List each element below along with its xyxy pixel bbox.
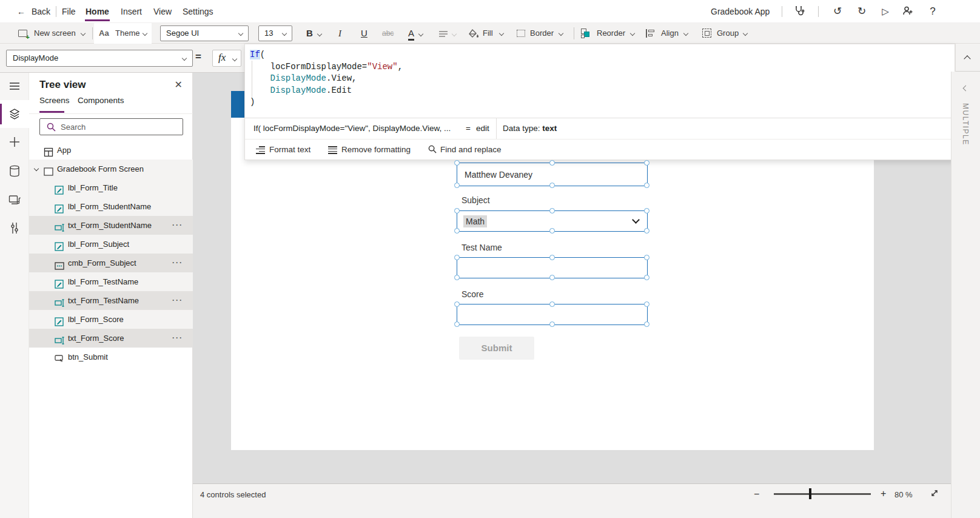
selection-handle[interactable]: [549, 228, 555, 234]
selection-handle[interactable]: [644, 208, 649, 214]
selection-handle[interactable]: [644, 255, 649, 260]
share-icon[interactable]: [901, 5, 915, 18]
zoom-out-button[interactable]: −: [754, 489, 759, 500]
selection-handle[interactable]: [644, 275, 649, 280]
tree-item-app[interactable]: App: [29, 141, 193, 160]
chevron-down-icon[interactable]: [34, 166, 39, 171]
fx-button[interactable]: fx: [212, 50, 241, 67]
chevron-left-icon[interactable]: [963, 86, 969, 92]
tree-item-cmb_Form_Subject[interactable]: cmb_Form_Subject ···: [29, 254, 193, 272]
zoom-slider-thumb[interactable]: [809, 488, 811, 499]
menu-view[interactable]: View: [153, 0, 172, 23]
overflow-menu-icon[interactable]: ···: [172, 254, 183, 272]
selection-handle[interactable]: [549, 208, 555, 214]
font-select[interactable]: Segoe UI: [160, 25, 249, 41]
cmb-form-subject-control[interactable]: Math: [457, 210, 648, 232]
tree-item-txt_Form_Score[interactable]: txt_Form_Score ···: [29, 329, 193, 348]
menu-settings[interactable]: Settings: [183, 0, 213, 23]
search-input[interactable]: Search: [39, 118, 183, 135]
tab-screens[interactable]: Screens: [39, 96, 70, 112]
overflow-menu-icon[interactable]: ···: [172, 216, 183, 235]
tree-view-rail-icon[interactable]: [0, 100, 29, 128]
align-button[interactable]: Align: [661, 23, 679, 44]
property-select[interactable]: DisplayMode: [6, 50, 193, 67]
selection-handle[interactable]: [549, 255, 555, 260]
selection-handle[interactable]: [644, 321, 649, 327]
testname-label[interactable]: Test Name: [461, 243, 502, 252]
format-text-button[interactable]: Format text: [256, 140, 310, 160]
formula-collapse-button[interactable]: [955, 44, 980, 72]
font-color-button[interactable]: A: [408, 27, 414, 41]
subject-label[interactable]: Subject: [461, 195, 490, 205]
new-screen-button[interactable]: New screen: [34, 23, 76, 44]
selection-handle[interactable]: [644, 160, 649, 166]
fit-to-window-icon[interactable]: [930, 488, 939, 500]
remove-formatting-button[interactable]: Remove formatting: [328, 140, 411, 160]
selection-handle[interactable]: [549, 160, 555, 166]
redo-icon[interactable]: ↻: [855, 5, 868, 18]
overflow-menu-icon[interactable]: ···: [172, 291, 183, 310]
selection-handle[interactable]: [454, 275, 460, 280]
txt-form-studentname-control[interactable]: Matthew Devaney: [457, 163, 648, 186]
close-icon[interactable]: ✕: [175, 79, 183, 90]
tree-item-lbl_Form_Title[interactable]: lbl_Form_Title: [29, 178, 193, 197]
undo-icon[interactable]: ↺: [831, 5, 844, 18]
group-button[interactable]: Group: [717, 23, 739, 44]
formula-editor-panel[interactable]: If( locFormDisplayMode="View", DisplayMo…: [244, 44, 955, 160]
hamburger-menu-icon[interactable]: [0, 74, 29, 102]
txt-form-testname-control[interactable]: [457, 257, 648, 278]
menu-file[interactable]: File: [62, 0, 76, 23]
find-replace-button[interactable]: Find and replace: [428, 140, 502, 160]
help-icon[interactable]: ?: [926, 5, 939, 18]
menu-insert[interactable]: Insert: [121, 0, 142, 23]
tree-item-lbl_Form_TestName[interactable]: lbl_Form_TestName: [29, 272, 193, 291]
tree-item-screen[interactable]: Gradebook Form Screen: [29, 160, 193, 178]
back-button[interactable]: Back: [32, 0, 50, 23]
score-label[interactable]: Score: [461, 289, 484, 299]
overflow-menu-icon[interactable]: ···: [172, 329, 183, 348]
tree-item-btn_Submit[interactable]: btn_Submit: [29, 348, 193, 366]
selection-handle[interactable]: [549, 301, 555, 307]
selection-handle[interactable]: [454, 183, 460, 188]
strikethrough-button[interactable]: abc: [382, 25, 394, 41]
tree-item-txt_Form_TestName[interactable]: txt_Form_TestName ···: [29, 291, 193, 310]
selection-handle[interactable]: [454, 208, 460, 214]
selection-handle[interactable]: [644, 183, 649, 188]
selection-handle[interactable]: [549, 275, 555, 280]
advanced-tools-icon[interactable]: [0, 214, 29, 242]
media-icon[interactable]: [0, 186, 29, 214]
insert-plus-icon[interactable]: [0, 129, 29, 156]
border-button[interactable]: Border: [530, 23, 554, 44]
selection-handle[interactable]: [644, 301, 649, 307]
formula-code[interactable]: If( locFormDisplayMode="View", DisplayMo…: [250, 49, 403, 109]
selection-handle[interactable]: [549, 321, 555, 327]
underline-button[interactable]: U: [361, 25, 368, 41]
reorder-button[interactable]: Reorder: [597, 23, 625, 44]
selection-handle[interactable]: [644, 228, 649, 234]
data-icon[interactable]: [0, 157, 29, 185]
app-checker-icon[interactable]: [792, 5, 805, 18]
text-align-button[interactable]: [439, 30, 448, 38]
chevron-down-icon[interactable]: [632, 216, 640, 224]
italic-button[interactable]: I: [338, 25, 341, 41]
tree-item-lbl_Form_Subject[interactable]: lbl_Form_Subject: [29, 235, 193, 254]
fill-button[interactable]: Fill: [483, 23, 493, 44]
submit-button-control[interactable]: Submit: [459, 337, 534, 360]
tab-components[interactable]: Components: [78, 96, 124, 112]
tree-item-txt_Form_StudentName[interactable]: txt_Form_StudentName ···: [29, 216, 193, 235]
formula-result-bar[interactable]: If( locFormDisplayMode="View", DisplayMo…: [245, 118, 955, 139]
selection-handle[interactable]: [454, 255, 460, 260]
selection-handle[interactable]: [454, 228, 460, 234]
zoom-slider[interactable]: [774, 493, 871, 495]
selection-handle[interactable]: [454, 321, 460, 327]
back-arrow-icon[interactable]: ←: [17, 0, 25, 23]
selection-handle[interactable]: [549, 183, 555, 188]
font-size-select[interactable]: 13: [258, 25, 292, 41]
tree-item-lbl_Form_StudentName[interactable]: lbl_Form_StudentName: [29, 197, 193, 216]
tree-item-lbl_Form_Score[interactable]: lbl_Form_Score: [29, 310, 193, 329]
zoom-in-button[interactable]: +: [881, 488, 886, 499]
selection-handle[interactable]: [454, 301, 460, 307]
preview-icon[interactable]: ▷: [879, 5, 892, 18]
txt-form-score-control[interactable]: [457, 304, 648, 325]
selection-handle[interactable]: [454, 160, 460, 166]
